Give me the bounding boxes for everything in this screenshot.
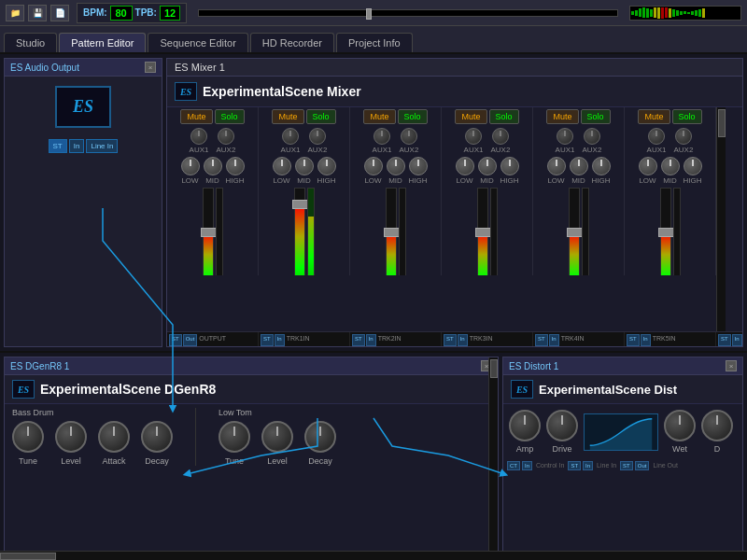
distort-amp-knob[interactable] [509,410,541,441]
ch4-fader[interactable] [477,188,488,275]
main-hscrollbar[interactable] [0,551,747,560]
ch-bottom-output: ST Out OUTPUT [167,332,259,347]
out-out-btn[interactable]: Out [183,334,198,346]
bass-tune-knob[interactable] [12,421,44,453]
ch3-mute-btn[interactable]: Mute [363,109,395,124]
ch4-aux1-knob[interactable] [465,128,482,145]
ch1-mid-knob[interactable] [204,157,222,175]
ch3-low-knob[interactable] [364,157,383,175]
ch2-low-knob[interactable] [273,157,291,175]
ch3-fader[interactable] [386,188,397,275]
audio-output-close[interactable]: × [145,62,156,73]
drum-separator [195,408,196,466]
ch5-mute-btn[interactable]: Mute [546,109,578,124]
mixer-vscrollbar-thumb[interactable] [718,109,726,137]
ch1-aux2-knob[interactable] [218,128,234,145]
dgenr8-vscrollbar[interactable] [488,357,498,555]
ch6-solo-btn[interactable]: Solo [672,109,702,124]
ch4-low-knob[interactable] [456,157,474,175]
ch1-mute-btn[interactable]: Mute [180,109,212,124]
ch2-solo-btn[interactable]: Solo [306,109,336,124]
new-icon[interactable]: 📄 [50,5,69,21]
lowtom-level-knob[interactable] [261,421,293,453]
audio-output-title-bar: ES Audio Output × [5,59,162,77]
ch3-high-knob[interactable] [409,157,428,175]
ch4-high-knob[interactable] [500,157,519,175]
mixer-vscrollbar[interactable] [716,107,726,331]
ch2-aux2-knob[interactable] [309,128,326,145]
lowtom-decay-knob[interactable] [304,421,336,453]
ch1-fader[interactable] [203,188,214,275]
ch4-mute-btn[interactable]: Mute [455,109,486,124]
vu-bar [672,9,675,17]
ch5-solo-btn[interactable]: Solo [581,109,611,124]
ch6-high-knob[interactable] [684,157,702,175]
distort-drive-knob[interactable] [546,410,578,441]
ao-linein-btn[interactable]: Line In [86,139,118,153]
ch2-fader[interactable] [294,188,305,275]
ch2-aux1-knob[interactable] [282,128,299,145]
ch6-mid-knob[interactable] [661,157,680,175]
ch5-fader[interactable] [569,188,580,275]
bass-level-knob[interactable] [55,421,87,453]
ch3-mid-knob[interactable] [387,157,405,175]
ch6-level-meter [673,188,681,275]
ch3-solo-btn[interactable]: Solo [398,109,428,124]
ch6-aux2-knob[interactable] [675,128,692,145]
bass-attack-item: Attack [98,421,130,466]
distort-d-knob[interactable] [701,410,733,441]
ao-in-btn[interactable]: In [69,139,85,153]
save-icon[interactable]: 💾 [28,5,47,21]
out-st-btn[interactable]: ST [169,334,182,346]
transport-slider[interactable] [198,9,618,17]
ch5-aux1-knob[interactable] [557,128,573,145]
ao-st-btn[interactable]: ST [49,139,67,153]
ch4-solo-btn[interactable]: Solo [489,109,519,124]
ch6-fader[interactable] [660,188,671,275]
ch4-aux2-knob[interactable] [492,128,509,145]
dgenr8-title: ES DGenR8 1 [10,361,69,371]
ch1-aux1-knob[interactable] [190,128,207,145]
vu-bar [687,12,690,14]
ch2-mid-knob[interactable] [295,157,314,175]
bpm-block: BPM: 80 TPB: 12 [77,3,187,23]
ch5-low-knob[interactable] [547,157,566,175]
tab-project-info[interactable]: Project Info [336,33,413,52]
bass-attack-label: Attack [102,456,125,466]
ch5-aux2-knob[interactable] [584,128,600,145]
tab-pattern-editor[interactable]: Pattern Editor [59,33,146,52]
lowtom-level-item: Level [261,421,293,466]
ch2-mute-btn[interactable]: Mute [272,109,303,124]
ch1-low-knob[interactable] [181,157,200,175]
ch6-low-knob[interactable] [639,157,657,175]
ch2-level-meter [307,188,315,275]
bass-decay-knob[interactable] [141,421,173,453]
ch5-high-knob[interactable] [592,157,611,175]
mixer-bottom-labels: ST Out OUTPUT STInTRK1IN STInTRK2IN STIn… [167,331,742,347]
tab-studio[interactable]: Studio [4,33,57,52]
main-hscrollbar-thumb[interactable] [0,553,56,560]
bpm-value[interactable]: 80 [110,6,133,21]
distort-wet-knob[interactable] [664,410,696,441]
vu-bar [684,11,686,14]
vu-bar [661,7,664,19]
distort-close[interactable]: × [726,360,737,371]
tab-hd-recorder[interactable]: HD Recorder [250,33,334,52]
ch3-aux1-knob[interactable] [374,128,390,145]
transport-thumb[interactable] [366,8,372,20]
bass-attack-knob[interactable] [98,421,130,453]
folder-icon[interactable]: 📁 [6,5,24,21]
ch4-mid-knob[interactable] [478,157,497,175]
ch2-high-knob[interactable] [317,157,336,175]
lowtom-tune-knob[interactable] [218,421,250,453]
tab-sequence-editor[interactable]: Sequence Editor [148,33,247,52]
ch6-aux1-knob[interactable] [648,128,665,145]
ch6-mute-btn[interactable]: Mute [638,109,669,124]
ch1-solo-btn[interactable]: Solo [215,109,245,124]
ch1-high-knob[interactable] [226,157,245,175]
ch-bottom-trk6: STInTRK6IN [716,332,742,347]
tpb-value[interactable]: 12 [160,6,180,21]
ch5-mid-knob[interactable] [570,157,588,175]
ch3-aux2-knob[interactable] [401,128,417,145]
dgenr8-vscrollbar-thumb[interactable] [490,359,498,378]
